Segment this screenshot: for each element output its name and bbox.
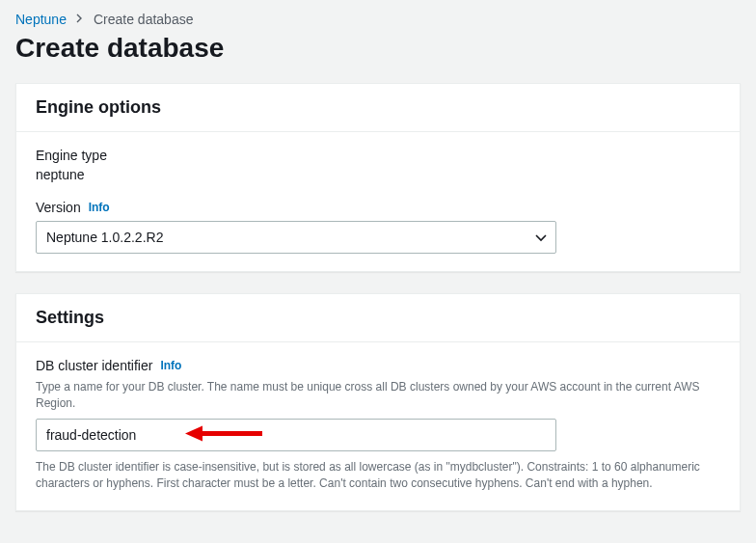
cluster-id-help-bottom: The DB cluster identifier is case-insens… bbox=[36, 459, 720, 493]
engine-options-header: Engine options bbox=[16, 84, 740, 132]
version-select[interactable]: Neptune 1.0.2.2.R2 bbox=[36, 221, 556, 254]
cluster-id-info-link[interactable]: Info bbox=[160, 359, 181, 372]
breadcrumb-current: Create database bbox=[94, 12, 194, 27]
engine-type-value: neptune bbox=[36, 167, 720, 182]
cluster-id-help-top: Type a name for your DB cluster. The nam… bbox=[36, 379, 720, 413]
version-select-value[interactable]: Neptune 1.0.2.2.R2 bbox=[36, 221, 556, 254]
page-title: Create database bbox=[15, 33, 741, 64]
version-info-link[interactable]: Info bbox=[89, 201, 110, 214]
breadcrumb: Neptune Create database bbox=[15, 12, 741, 27]
engine-options-heading: Engine options bbox=[36, 97, 720, 118]
breadcrumb-root-link[interactable]: Neptune bbox=[15, 12, 67, 27]
cluster-id-label: DB cluster identifier bbox=[36, 358, 152, 373]
version-label: Version bbox=[36, 200, 81, 215]
chevron-right-icon bbox=[76, 13, 84, 26]
cluster-id-input[interactable] bbox=[36, 419, 556, 451]
settings-header: Settings bbox=[16, 294, 740, 342]
engine-type-label: Engine type bbox=[36, 148, 720, 163]
engine-options-panel: Engine options Engine type neptune Versi… bbox=[15, 83, 741, 272]
settings-panel: Settings DB cluster identifier Info Type… bbox=[15, 293, 741, 511]
settings-heading: Settings bbox=[36, 308, 720, 328]
